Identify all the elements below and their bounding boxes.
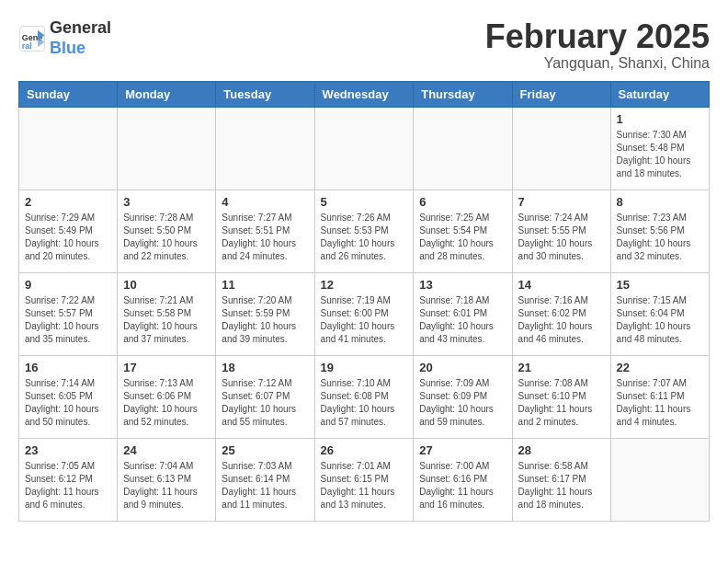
day-info: Sunrise: 7:12 AM Sunset: 6:07 PM Dayligh… (222, 377, 308, 429)
day-number: 6 (419, 195, 506, 209)
day-number: 18 (222, 361, 308, 374)
logo: Gene ral General Blue (18, 18, 111, 58)
day-number: 7 (518, 195, 605, 209)
calendar-weekday-monday: Monday (118, 81, 216, 107)
calendar-cell (19, 107, 118, 190)
day-number: 12 (321, 278, 408, 292)
logo-text: General Blue (50, 18, 111, 58)
calendar-cell: 24Sunrise: 7:04 AM Sunset: 6:13 PM Dayli… (118, 438, 216, 521)
day-info: Sunrise: 7:26 AM Sunset: 5:53 PM Dayligh… (321, 212, 408, 263)
calendar-cell (118, 107, 216, 190)
day-number: 20 (419, 361, 506, 374)
calendar-week-4: 16Sunrise: 7:14 AM Sunset: 6:05 PM Dayli… (19, 355, 710, 438)
calendar-cell: 19Sunrise: 7:10 AM Sunset: 6:08 PM Dayli… (314, 355, 414, 438)
calendar-cell: 1Sunrise: 7:30 AM Sunset: 5:48 PM Daylig… (610, 107, 709, 190)
calendar-cell (512, 107, 610, 190)
day-info: Sunrise: 6:58 AM Sunset: 6:17 PM Dayligh… (518, 460, 605, 511)
month-title: February 2025 (485, 18, 710, 55)
day-number: 22 (617, 361, 703, 374)
calendar-cell: 23Sunrise: 7:05 AM Sunset: 6:12 PM Dayli… (19, 438, 118, 521)
day-info: Sunrise: 7:27 AM Sunset: 5:51 PM Dayligh… (222, 212, 308, 263)
calendar-week-2: 2Sunrise: 7:29 AM Sunset: 5:49 PM Daylig… (19, 190, 710, 272)
day-info: Sunrise: 7:30 AM Sunset: 5:48 PM Dayligh… (617, 129, 703, 180)
calendar-cell: 9Sunrise: 7:22 AM Sunset: 5:57 PM Daylig… (19, 272, 118, 355)
calendar-cell: 11Sunrise: 7:20 AM Sunset: 5:59 PM Dayli… (216, 272, 314, 355)
day-info: Sunrise: 7:28 AM Sunset: 5:50 PM Dayligh… (123, 212, 210, 263)
day-number: 27 (419, 443, 506, 457)
day-number: 11 (222, 278, 308, 292)
calendar-cell: 3Sunrise: 7:28 AM Sunset: 5:50 PM Daylig… (118, 190, 216, 272)
calendar-table: SundayMondayTuesdayWednesdayThursdayFrid… (18, 81, 710, 522)
day-info: Sunrise: 7:19 AM Sunset: 6:00 PM Dayligh… (321, 294, 408, 346)
calendar-cell: 15Sunrise: 7:15 AM Sunset: 6:04 PM Dayli… (610, 272, 709, 355)
calendar-header-row: SundayMondayTuesdayWednesdayThursdayFrid… (19, 81, 710, 107)
day-info: Sunrise: 7:23 AM Sunset: 5:56 PM Dayligh… (617, 212, 703, 263)
day-number: 3 (123, 195, 210, 209)
logo-icon: Gene ral (18, 25, 46, 52)
day-number: 23 (25, 443, 111, 457)
calendar-week-3: 9Sunrise: 7:22 AM Sunset: 5:57 PM Daylig… (19, 272, 710, 355)
day-info: Sunrise: 7:09 AM Sunset: 6:09 PM Dayligh… (419, 377, 506, 429)
day-number: 17 (123, 361, 210, 374)
calendar-weekday-thursday: Thursday (414, 81, 512, 107)
location: Yangquan, Shanxi, China (485, 55, 710, 72)
calendar-cell: 18Sunrise: 7:12 AM Sunset: 6:07 PM Dayli… (216, 355, 314, 438)
page-header: Gene ral General Blue February 2025 Yang… (18, 18, 710, 72)
day-number: 9 (25, 278, 111, 292)
calendar-cell: 22Sunrise: 7:07 AM Sunset: 6:11 PM Dayli… (610, 355, 709, 438)
day-number: 21 (518, 361, 605, 374)
day-number: 5 (321, 195, 408, 209)
calendar-cell (610, 438, 709, 521)
day-info: Sunrise: 7:24 AM Sunset: 5:55 PM Dayligh… (518, 212, 605, 263)
calendar-cell: 14Sunrise: 7:16 AM Sunset: 6:02 PM Dayli… (512, 272, 610, 355)
calendar-cell: 13Sunrise: 7:18 AM Sunset: 6:01 PM Dayli… (414, 272, 512, 355)
calendar-cell (314, 107, 414, 190)
day-number: 16 (25, 361, 111, 374)
day-number: 25 (222, 443, 308, 457)
calendar-cell: 8Sunrise: 7:23 AM Sunset: 5:56 PM Daylig… (610, 190, 709, 272)
day-number: 28 (518, 443, 605, 457)
calendar-weekday-sunday: Sunday (19, 81, 118, 107)
day-info: Sunrise: 7:08 AM Sunset: 6:10 PM Dayligh… (518, 377, 605, 429)
day-info: Sunrise: 7:21 AM Sunset: 5:58 PM Dayligh… (123, 294, 210, 346)
calendar-cell: 28Sunrise: 6:58 AM Sunset: 6:17 PM Dayli… (512, 438, 610, 521)
day-number: 19 (321, 361, 408, 374)
day-info: Sunrise: 7:05 AM Sunset: 6:12 PM Dayligh… (25, 460, 111, 511)
calendar-cell: 26Sunrise: 7:01 AM Sunset: 6:15 PM Dayli… (314, 438, 414, 521)
day-number: 14 (518, 278, 605, 292)
calendar-weekday-tuesday: Tuesday (216, 81, 314, 107)
calendar-cell: 6Sunrise: 7:25 AM Sunset: 5:54 PM Daylig… (414, 190, 512, 272)
day-info: Sunrise: 7:04 AM Sunset: 6:13 PM Dayligh… (123, 460, 210, 511)
calendar-cell: 27Sunrise: 7:00 AM Sunset: 6:16 PM Dayli… (414, 438, 512, 521)
calendar-week-5: 23Sunrise: 7:05 AM Sunset: 6:12 PM Dayli… (19, 438, 710, 521)
day-number: 15 (617, 278, 703, 292)
calendar-weekday-saturday: Saturday (610, 81, 709, 107)
day-number: 1 (617, 112, 703, 126)
calendar-cell: 2Sunrise: 7:29 AM Sunset: 5:49 PM Daylig… (19, 190, 118, 272)
day-info: Sunrise: 7:16 AM Sunset: 6:02 PM Dayligh… (518, 294, 605, 346)
day-info: Sunrise: 7:22 AM Sunset: 5:57 PM Dayligh… (25, 294, 111, 346)
day-info: Sunrise: 7:13 AM Sunset: 6:06 PM Dayligh… (123, 377, 210, 429)
calendar-week-1: 1Sunrise: 7:30 AM Sunset: 5:48 PM Daylig… (19, 107, 710, 190)
calendar-cell: 7Sunrise: 7:24 AM Sunset: 5:55 PM Daylig… (512, 190, 610, 272)
day-info: Sunrise: 7:25 AM Sunset: 5:54 PM Dayligh… (419, 212, 506, 263)
calendar-cell: 4Sunrise: 7:27 AM Sunset: 5:51 PM Daylig… (216, 190, 314, 272)
day-number: 2 (25, 195, 111, 209)
day-info: Sunrise: 7:15 AM Sunset: 6:04 PM Dayligh… (617, 294, 703, 346)
calendar-cell: 16Sunrise: 7:14 AM Sunset: 6:05 PM Dayli… (19, 355, 118, 438)
calendar-weekday-friday: Friday (512, 81, 610, 107)
day-info: Sunrise: 7:29 AM Sunset: 5:49 PM Dayligh… (25, 212, 111, 263)
day-info: Sunrise: 7:03 AM Sunset: 6:14 PM Dayligh… (222, 460, 308, 511)
day-number: 26 (321, 443, 408, 457)
calendar-cell: 17Sunrise: 7:13 AM Sunset: 6:06 PM Dayli… (118, 355, 216, 438)
day-number: 10 (123, 278, 210, 292)
day-info: Sunrise: 7:20 AM Sunset: 5:59 PM Dayligh… (222, 294, 308, 346)
calendar-cell: 12Sunrise: 7:19 AM Sunset: 6:00 PM Dayli… (314, 272, 414, 355)
calendar-cell: 21Sunrise: 7:08 AM Sunset: 6:10 PM Dayli… (512, 355, 610, 438)
day-number: 8 (617, 195, 703, 209)
day-number: 4 (222, 195, 308, 209)
svg-text:ral: ral (22, 40, 32, 50)
day-info: Sunrise: 7:14 AM Sunset: 6:05 PM Dayligh… (25, 377, 111, 429)
day-number: 24 (123, 443, 210, 457)
calendar-cell (216, 107, 314, 190)
